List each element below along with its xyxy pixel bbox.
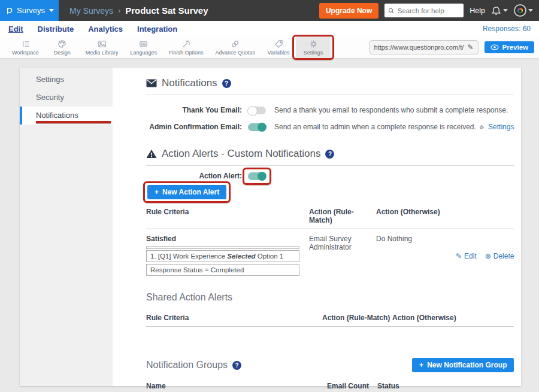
sidebar-item-settings[interactable]: Settings bbox=[20, 71, 113, 89]
preview-button[interactable]: Preview bbox=[485, 41, 534, 53]
edit-alert-link[interactable]: ✎ Edit bbox=[456, 235, 477, 278]
action-alerts-section-header: Action Alerts - Custom Notifications ? bbox=[146, 148, 514, 160]
toolbar-item-workspace[interactable]: Workspace bbox=[6, 37, 45, 58]
action-alerts-table-header: Rule Criteria Action (Rule-Match) Action… bbox=[146, 208, 514, 229]
notifications-bell-menu[interactable] bbox=[491, 5, 508, 16]
section-title: Notifications bbox=[162, 77, 217, 89]
help-icon[interactable]: ? bbox=[325, 150, 334, 159]
action-rule-match-cell: Email Survey Administrator bbox=[309, 235, 376, 278]
action-alert-toggle-row: Action Alert: bbox=[146, 172, 514, 180]
help-link[interactable]: Help bbox=[470, 7, 485, 15]
settings-sidebar: Settings Security Notifications bbox=[20, 68, 113, 386]
action-alert-toggle[interactable] bbox=[248, 172, 266, 180]
toolbar-item-languages[interactable]: Languages bbox=[124, 37, 163, 58]
sidebar-item-security[interactable]: Security bbox=[20, 89, 113, 107]
edit-toolbar: Workspace Design Media Library Languages… bbox=[0, 37, 539, 59]
tab-analytics[interactable]: Analytics bbox=[88, 25, 123, 34]
admin-email-settings-link[interactable]: Settings bbox=[479, 123, 514, 131]
help-icon[interactable]: ? bbox=[222, 79, 231, 88]
tab-integration[interactable]: Integration bbox=[137, 25, 177, 34]
chain-links-icon bbox=[230, 39, 240, 49]
notifications-section-header: Notifications ? bbox=[146, 77, 514, 89]
chevron-down-icon bbox=[49, 9, 54, 12]
chevron-down-icon bbox=[503, 9, 508, 12]
tab-edit[interactable]: Edit bbox=[8, 25, 23, 34]
user-account-menu[interactable] bbox=[514, 4, 533, 17]
surveys-product-menu[interactable]: Surveys bbox=[0, 0, 59, 21]
settings-page: Settings Security Notifications Notifica… bbox=[0, 59, 539, 392]
criteria-condition-1: 1. [Q1] Work Experience Selected Option … bbox=[146, 250, 299, 262]
notification-groups-table-header: Name Email Count Status bbox=[146, 382, 514, 392]
envelope-icon bbox=[146, 79, 157, 87]
shared-action-alerts-title: Shared Action Alerts bbox=[146, 292, 514, 303]
tab-distribute[interactable]: Distribute bbox=[38, 25, 74, 34]
plus-icon: + bbox=[155, 188, 159, 196]
help-search-box[interactable] bbox=[384, 4, 464, 17]
thank-you-email-toggle[interactable] bbox=[248, 107, 266, 114]
warning-triangle-icon bbox=[146, 149, 157, 159]
thank-you-email-row: Thank You Email: Send a thank you email … bbox=[146, 106, 514, 114]
edit-pencil-icon: ✎ bbox=[456, 252, 462, 260]
section-title: Notification Groups bbox=[146, 360, 228, 370]
sidebar-item-notifications[interactable]: Notifications bbox=[20, 107, 113, 124]
surveys-menu-label: Surveys bbox=[17, 6, 45, 15]
admin-confirmation-email-toggle[interactable] bbox=[248, 123, 266, 131]
row-actions: ✎ Edit ⊗ Delete bbox=[446, 235, 514, 278]
divider bbox=[146, 95, 514, 95]
eye-icon bbox=[490, 44, 499, 50]
notification-groups-header-row: Notification Groups ? + New Notification… bbox=[146, 358, 514, 372]
shared-alerts-table-header: Rule Criteria Action (Rule-Match) Action… bbox=[146, 314, 514, 327]
survey-url-box: ✎ bbox=[370, 40, 479, 54]
rule-criteria-cell: Satisfied 1. [Q1] Work Experience Select… bbox=[146, 235, 309, 278]
delete-alert-link[interactable]: ⊗ Delete bbox=[485, 235, 514, 278]
chevron-down-icon bbox=[528, 9, 533, 12]
topbar-actions: Upgrade Now Help bbox=[319, 3, 539, 19]
toolbar-item-media-library[interactable]: Media Library bbox=[80, 37, 125, 58]
annotation-notifications-underline bbox=[36, 121, 111, 123]
new-notification-group-button[interactable]: + New Notification Group bbox=[412, 358, 514, 372]
workspace-icon bbox=[20, 39, 31, 49]
wand-icon bbox=[181, 39, 191, 49]
admin-confirmation-email-row: Admin Confirmation Email: Send an email … bbox=[146, 123, 514, 131]
toolbar-item-settings[interactable]: Settings bbox=[296, 37, 331, 58]
plus-icon: + bbox=[419, 361, 423, 369]
breadcrumb-current-survey: Product Sat Survey bbox=[125, 5, 208, 16]
image-icon bbox=[97, 39, 107, 49]
search-icon bbox=[388, 7, 394, 14]
survey-url-input[interactable] bbox=[374, 44, 465, 51]
toolbar-item-advance-quotas[interactable]: Advance Quotas bbox=[209, 37, 261, 58]
top-navigation-bar: Surveys My Surveys › Product Sat Survey … bbox=[0, 0, 539, 21]
bell-icon bbox=[491, 5, 501, 16]
questionpro-logo-icon bbox=[6, 5, 13, 16]
notifications-content: Notifications ? Thank You Email: Send a … bbox=[113, 68, 525, 386]
criteria-condition-2: Response Status = Completed bbox=[146, 264, 299, 276]
notification-groups-title-wrap: Notification Groups ? bbox=[146, 360, 241, 370]
keyboard-icon bbox=[138, 39, 149, 49]
settings-card: Settings Security Notifications Notifica… bbox=[20, 68, 521, 386]
gear-icon bbox=[308, 39, 319, 49]
action-otherwise-cell: Do Nothing bbox=[376, 235, 446, 278]
edit-url-pencil-icon[interactable]: ✎ bbox=[467, 43, 473, 51]
tag-icon bbox=[274, 39, 284, 49]
section-title: Action Alerts - Custom Notifications bbox=[162, 148, 320, 160]
new-action-alert-button[interactable]: + New Action Alert bbox=[147, 185, 226, 199]
avatar bbox=[514, 4, 526, 17]
toolbar-item-design[interactable]: Design bbox=[45, 37, 80, 58]
help-search-input[interactable] bbox=[398, 7, 461, 14]
delete-circle-icon: ⊗ bbox=[485, 252, 491, 260]
breadcrumb-my-surveys[interactable]: My Surveys bbox=[69, 6, 113, 16]
new-action-alert-row: + New Action Alert bbox=[146, 185, 514, 199]
gear-icon bbox=[479, 124, 485, 130]
help-icon[interactable]: ? bbox=[232, 361, 241, 370]
divider bbox=[146, 165, 514, 166]
action-alert-row: Satisfied 1. [Q1] Work Experience Select… bbox=[146, 235, 514, 278]
breadcrumb: My Surveys › Product Sat Survey bbox=[69, 5, 208, 16]
toolbar-item-finish-options[interactable]: Finish Options bbox=[163, 37, 210, 58]
responses-count[interactable]: Responses: 60 bbox=[483, 25, 531, 33]
survey-section-nav: Edit Distribute Analytics Integration Re… bbox=[0, 21, 539, 37]
toolbar-item-variables[interactable]: Variables bbox=[261, 37, 296, 58]
upgrade-now-button[interactable]: Upgrade Now bbox=[319, 3, 378, 19]
breadcrumb-separator: › bbox=[118, 7, 120, 15]
toolbar-right: ✎ Preview bbox=[370, 37, 539, 58]
criteria-collapsed-strip bbox=[146, 246, 299, 249]
